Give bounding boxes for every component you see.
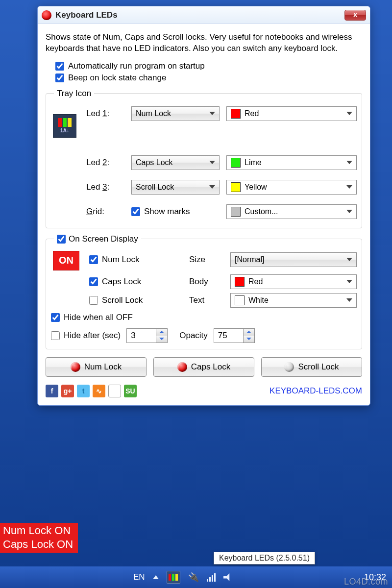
hideafter-spinner[interactable]: 3 [126, 328, 168, 343]
chevron-down-icon [346, 280, 352, 283]
led-on-icon [177, 362, 187, 372]
tray-group: Tray Icon 1A↓ Led 1: Num Lock Red Led 2:… [46, 89, 362, 228]
scrolllock-button[interactable]: Scroll Lock [261, 357, 362, 377]
app-window: Keyboard LEDs X Shows state of Num, Caps… [37, 6, 370, 406]
delicious-icon[interactable] [108, 385, 121, 397]
website-link[interactable]: KEYBOARD-LEDS.COM [270, 386, 362, 396]
spinner-down-icon[interactable] [244, 336, 254, 343]
body-color-select[interactable]: Red [230, 274, 357, 289]
tray-tooltip: Keyboard LEDs (2.5.0.51) [214, 552, 315, 564]
tray-app-icon[interactable] [167, 571, 180, 584]
osd-line2: Caps Lock ON [3, 538, 73, 551]
osd-overlay: Num Lock ON Caps Lock ON [0, 523, 78, 553]
beep-label: Beep on lock state change [68, 73, 166, 83]
hideafter-checkbox[interactable] [51, 331, 60, 340]
text-label: Text [189, 295, 223, 305]
network-icon[interactable] [207, 573, 216, 582]
volume-icon[interactable] [223, 573, 232, 581]
language-indicator[interactable]: EN [133, 572, 145, 582]
chevron-down-icon [346, 210, 352, 213]
led3-label: Led 3: [86, 182, 124, 192]
tray-expand-icon[interactable] [153, 575, 159, 579]
capslock-button[interactable]: Caps Lock [153, 357, 254, 377]
hideafter-row[interactable]: Hide after (sec) [51, 331, 121, 341]
power-icon[interactable]: 🔌 [188, 572, 199, 583]
hideoff-checkbox[interactable] [51, 313, 60, 322]
autorun-row[interactable]: Automatically run program on startup [55, 61, 362, 71]
autorun-label: Automatically run program on startup [68, 61, 205, 71]
grid-label: Grid: [86, 207, 124, 217]
chevron-down-icon [346, 161, 352, 164]
osd-line1: Num Lock ON [3, 524, 73, 538]
titlebar[interactable]: Keyboard LEDs X [38, 6, 370, 24]
led2-color-select[interactable]: Lime [226, 155, 357, 170]
osd-caps-checkbox[interactable] [89, 277, 98, 286]
osd-scroll-checkbox[interactable] [89, 296, 98, 305]
opacity-spinner[interactable]: 75 [214, 328, 255, 343]
led2-select[interactable]: Caps Lock [131, 155, 220, 170]
numlock-button[interactable]: Num Lock [46, 357, 147, 377]
beep-row[interactable]: Beep on lock state change [55, 73, 362, 83]
osd-scroll-row[interactable]: Scroll Lock [89, 295, 182, 305]
size-label: Size [189, 255, 223, 265]
chevron-down-icon [209, 161, 215, 164]
spinner-up-icon[interactable] [244, 329, 254, 336]
showmarks-checkbox[interactable] [131, 207, 140, 216]
size-select[interactable]: [Normal] [230, 252, 357, 267]
chevron-down-icon [346, 258, 352, 261]
led2-label: Led 2: [86, 158, 124, 168]
stumbleupon-icon[interactable]: SU [124, 385, 137, 397]
osd-preview: ON [53, 251, 79, 270]
osd-num-row[interactable]: Num Lock [89, 255, 182, 265]
window-title: Keyboard LEDs [55, 10, 118, 20]
led1-label: Led 1: [86, 109, 124, 119]
text-color-select[interactable]: White [230, 293, 357, 308]
tray-icon-caption: 1A↓ [60, 128, 69, 133]
chevron-down-icon [346, 112, 352, 115]
watermark: LO4D.com [344, 577, 388, 587]
osd-caps-row[interactable]: Caps Lock [89, 277, 182, 287]
led-off-icon [284, 362, 294, 372]
autorun-checkbox[interactable] [55, 62, 64, 71]
close-button[interactable]: X [344, 10, 366, 21]
facebook-icon[interactable]: f [46, 385, 58, 397]
led3-select[interactable]: Scroll Lock [131, 180, 220, 195]
twitter-icon[interactable]: t [77, 385, 90, 397]
lock-buttons-row: Num Lock Caps Lock Scroll Lock [46, 357, 362, 377]
chevron-down-icon [346, 185, 352, 189]
footer: f g+ t ∿ SU KEYBOARD-LEDS.COM [46, 385, 362, 397]
spinner-down-icon[interactable] [156, 336, 167, 343]
tray-legend: Tray Icon [54, 89, 94, 98]
window-content: Shows state of Num, Caps and Scroll lock… [38, 24, 370, 405]
chevron-down-icon [346, 298, 352, 302]
grid-color-select[interactable]: Custom... [226, 204, 357, 219]
hideoff-row[interactable]: Hide when all OFF [51, 313, 357, 322]
beep-checkbox[interactable] [55, 74, 64, 82]
osd-num-checkbox[interactable] [89, 255, 98, 264]
osd-legend[interactable]: On Screen Display [54, 234, 141, 244]
spinner-up-icon[interactable] [156, 329, 167, 336]
body-label: Body [189, 277, 223, 287]
rss-icon[interactable]: ∿ [93, 385, 105, 397]
led3-color-select[interactable]: Yellow [226, 180, 357, 195]
led1-color-select[interactable]: Red [226, 106, 357, 121]
description-text: Shows state of Num, Caps and Scroll lock… [46, 32, 362, 54]
showmarks-row[interactable]: Show marks [131, 207, 220, 217]
led-on-icon [71, 362, 80, 372]
showmarks-label: Show marks [144, 207, 190, 217]
googleplus-icon[interactable]: g+ [61, 385, 74, 397]
chevron-down-icon [209, 185, 215, 189]
chevron-down-icon [209, 112, 215, 115]
opacity-label: Opacity [179, 331, 208, 341]
osd-group: On Screen Display ON Num Lock Size [Norm… [46, 234, 362, 349]
led1-select[interactable]: Num Lock [131, 106, 220, 121]
app-icon [42, 10, 51, 20]
taskbar[interactable]: EN 🔌 10:32 [0, 566, 392, 588]
osd-enable-checkbox[interactable] [57, 235, 66, 244]
tray-icon-preview: 1A↓ [53, 114, 76, 138]
